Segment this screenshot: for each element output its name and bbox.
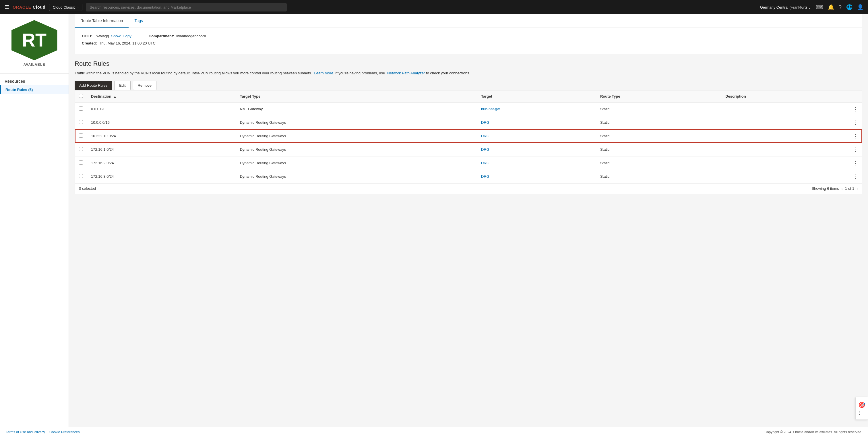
target-link-0[interactable]: hub-nat-gw [481, 107, 500, 111]
cell-destination: 10.0.0.0/16 [87, 116, 236, 129]
cell-target: DRG [477, 170, 596, 183]
cell-target: DRG [477, 116, 596, 129]
info-row-created: Created: Thu, May 16, 2024, 11:00:20 UTC [82, 41, 855, 45]
status-badge: AVAILABLE [24, 63, 45, 67]
cloud-shell-icon[interactable]: ⌨ [816, 4, 823, 10]
row-checkbox-2[interactable] [79, 133, 83, 137]
add-route-rules-button[interactable]: Add Route Rules [74, 81, 112, 90]
table-footer: 0 selected Showing 6 items ‹ 1 of 1 › [75, 183, 862, 194]
cell-route-type: Static [596, 143, 721, 156]
col-destination[interactable]: Destination ▲ [87, 90, 236, 102]
row-checkbox-0[interactable] [79, 106, 83, 111]
route-rules-table-container: Destination ▲ Target Type Target Route T… [74, 90, 862, 194]
cloud-text: Cloud [31, 5, 45, 9]
prev-page-button[interactable]: ‹ [841, 186, 843, 191]
page-current: 1 [845, 186, 847, 191]
target-link-3[interactable]: DRG [481, 147, 489, 152]
row-checkbox-4[interactable] [79, 160, 83, 164]
row-checkbox-5[interactable] [79, 174, 83, 178]
row-checkbox-cell [75, 129, 87, 143]
desc-text1: Traffic within the VCN is handled by the… [74, 71, 312, 75]
classic-label: Cloud Classic [53, 5, 75, 9]
learn-more-link[interactable]: Learn more. [314, 71, 334, 75]
cell-target-type: Dynamic Routing Gateways [236, 156, 477, 170]
cell-description [721, 129, 849, 143]
help-widget[interactable]: 🎯 ⋮⋮ [856, 397, 868, 420]
row-checkbox-cell [75, 143, 87, 156]
row-context-menu-3[interactable]: ⋮ [849, 143, 862, 156]
sort-arrow-icon: ▲ [113, 95, 116, 98]
target-link-4[interactable]: DRG [481, 161, 489, 165]
col-destination-label: Destination [91, 94, 112, 98]
region-selector[interactable]: Germany Central (Frankfurt) ⌄ [760, 5, 811, 9]
cell-destination: 10.222.10.0/24 [87, 129, 236, 143]
resources-section-title: Resources [0, 77, 69, 85]
region-label: Germany Central (Frankfurt) [760, 5, 807, 9]
show-link[interactable]: Show [111, 34, 121, 38]
page-footer: Terms of Use and Privacy Cookie Preferen… [0, 427, 868, 437]
cell-target-type: Dynamic Routing Gateways [236, 129, 477, 143]
cell-destination: 172.16.3.0/24 [87, 170, 236, 183]
navbar-right: Germany Central (Frankfurt) ⌄ ⌨ 🔔 ? 🌐 👤 [760, 4, 863, 10]
remove-button[interactable]: Remove [133, 81, 156, 90]
cell-target-type: Dynamic Routing Gateways [236, 116, 477, 129]
row-context-menu-1[interactable]: ⋮ [849, 116, 862, 129]
row-context-menu-5[interactable]: ⋮ [849, 170, 862, 183]
tab-tags[interactable]: Tags [129, 14, 149, 28]
table-row: 10.222.10.0/24 Dynamic Routing Gateways … [75, 129, 862, 143]
help-widget-grid-icon: ⋮⋮ [857, 410, 866, 415]
copyright-text: Copyright © 2024, Oracle and/or its affi… [764, 430, 862, 434]
network-path-link[interactable]: Network Path Analyzer [387, 71, 425, 75]
cell-route-type: Static [596, 102, 721, 116]
cell-destination: 0.0.0.0/0 [87, 102, 236, 116]
next-page-button[interactable]: › [857, 186, 858, 191]
sidebar-divider [0, 73, 69, 74]
help-icon[interactable]: ? [839, 4, 842, 10]
help-widget-icon: 🎯 [858, 401, 865, 408]
row-checkbox-cell [75, 156, 87, 170]
hamburger-icon[interactable]: ☰ [5, 4, 9, 10]
table-row: 10.0.0.0/16 Dynamic Routing Gateways DRG… [75, 116, 862, 129]
row-checkbox-cell [75, 102, 87, 116]
row-checkbox-3[interactable] [79, 147, 83, 151]
compartment-field: Compartment: iwanhoogendoorn [149, 34, 206, 38]
main-content: Route Table Information Tags OCID: ...ww… [69, 14, 868, 437]
route-rules-toolbar: Add Route Rules Edit Remove [74, 81, 862, 90]
language-icon[interactable]: 🌐 [846, 4, 852, 10]
cell-description [721, 156, 849, 170]
region-chevron-icon: ⌄ [808, 5, 811, 9]
target-link-5[interactable]: DRG [481, 174, 489, 179]
row-context-menu-4[interactable]: ⋮ [849, 156, 862, 170]
cell-target: DRG [477, 129, 596, 143]
user-avatar[interactable]: 👤 [857, 4, 863, 10]
resource-badge: RT [11, 20, 57, 60]
select-all-checkbox[interactable] [79, 94, 83, 98]
row-context-menu-2[interactable]: ⋮ [849, 129, 862, 143]
cell-target: DRG [477, 156, 596, 170]
edit-button[interactable]: Edit [114, 81, 130, 90]
col-description: Description [721, 90, 849, 102]
page-indicator: 1 of 1 [845, 186, 855, 191]
cookie-link[interactable]: Cookie Preferences [50, 430, 80, 434]
table-header-row: Destination ▲ Target Type Target Route T… [75, 90, 862, 102]
pagination: Showing 6 items ‹ 1 of 1 › [812, 186, 858, 191]
notification-icon[interactable]: 🔔 [828, 4, 834, 10]
global-search-input[interactable] [86, 3, 287, 11]
cell-description [721, 170, 849, 183]
cloud-classic-button[interactable]: Cloud Classic › [49, 4, 82, 11]
copy-link[interactable]: Copy [123, 34, 131, 38]
route-rules-description: Traffic within the VCN is handled by the… [74, 70, 862, 76]
table-row: 172.16.1.0/24 Dynamic Routing Gateways D… [75, 143, 862, 156]
terms-link[interactable]: Terms of Use and Privacy [6, 430, 45, 434]
row-context-menu-0[interactable]: ⋮ [849, 102, 862, 116]
cell-description [721, 143, 849, 156]
showing-label: Showing 6 items [812, 186, 839, 191]
table-row: 172.16.3.0/24 Dynamic Routing Gateways D… [75, 170, 862, 183]
target-link-2[interactable]: DRG [481, 134, 489, 138]
target-link-1[interactable]: DRG [481, 120, 489, 125]
row-checkbox-1[interactable] [79, 120, 83, 124]
sidebar-item-route-rules[interactable]: Route Rules (6) [0, 85, 69, 94]
cell-destination: 172.16.2.0/24 [87, 156, 236, 170]
created-value: Thu, May 16, 2024, 11:00:20 UTC [99, 41, 156, 45]
tab-route-table-information[interactable]: Route Table Information [74, 14, 129, 28]
